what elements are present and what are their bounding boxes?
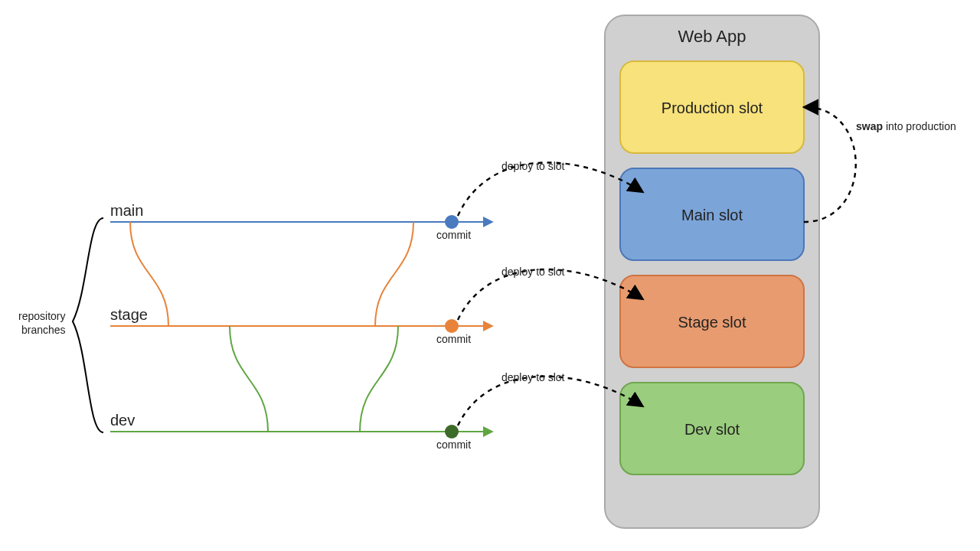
slot-stage-label: Stage slot [678, 314, 746, 331]
slot-production-label: Production slot [662, 99, 763, 116]
merge-stage-dev [230, 326, 398, 432]
branch-stage-label: stage [110, 306, 148, 323]
branch-main-label: main [110, 202, 143, 219]
branch-main: main commit [110, 202, 492, 241]
slot-main-label: Main slot [681, 207, 743, 223]
branch-dev-commit: commit [436, 439, 471, 451]
webapp-panel: Web App Production slot Main slot Stage … [605, 15, 819, 528]
commit-dot-icon [445, 215, 459, 229]
branch-dev: dev commit [110, 412, 492, 451]
left-brace [73, 218, 103, 432]
slot-dev-label: Dev slot [684, 421, 740, 438]
commit-dot-icon [445, 319, 459, 333]
merge-main-stage [130, 222, 413, 326]
deploy-main-label: deploy to slot [501, 160, 565, 172]
branch-main-commit: commit [436, 229, 471, 241]
webapp-title: Web App [678, 27, 746, 46]
repository-label-l1: repository [18, 310, 65, 322]
swap-label: swap into production [856, 120, 956, 132]
branch-stage-commit: commit [436, 333, 471, 345]
commit-dot-icon [445, 425, 459, 439]
repository-label-l2: branches [21, 324, 66, 336]
swap-arrow: swap into production [804, 107, 956, 222]
deploy-dev-label: deploy to slot [501, 371, 565, 383]
deploy-stage-label: deploy to slot [501, 266, 565, 278]
branch-dev-label: dev [110, 412, 135, 429]
